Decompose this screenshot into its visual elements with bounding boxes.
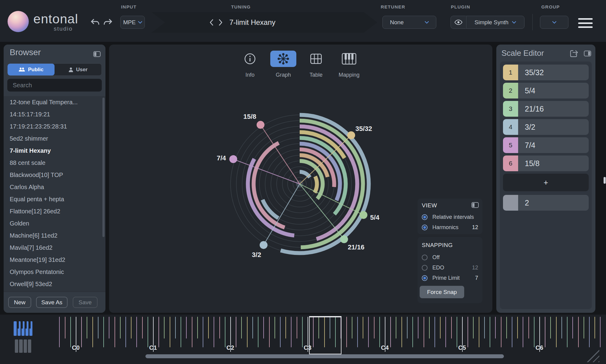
- tuning-breadcrumb: 7-limit Hexany: [152, 12, 377, 33]
- pitch-line: [512, 317, 512, 347]
- list-item[interactable]: Equal penta + hepta: [4, 193, 105, 205]
- pitch-line: [379, 317, 380, 347]
- radio-button[interactable]: [422, 214, 428, 220]
- chevron-down-icon: [425, 21, 429, 24]
- option-value[interactable]: 12: [472, 265, 478, 271]
- tuning-title[interactable]: 7-limit Hexany: [229, 18, 275, 27]
- pitch-line: [567, 317, 568, 347]
- option-value[interactable]: 12: [472, 224, 478, 231]
- list-item[interactable]: 14:15:17:19:21: [4, 108, 105, 120]
- interval-dot[interactable]: [347, 131, 355, 139]
- period-row[interactable]: 2: [503, 195, 589, 211]
- pitch-line: [70, 317, 71, 347]
- radio-button[interactable]: [422, 225, 428, 230]
- pitch-line: [291, 317, 291, 347]
- undo-button[interactable]: [90, 18, 101, 28]
- list-item[interactable]: Flattone[12] 26ed2: [4, 205, 105, 217]
- pitch-line: [164, 317, 165, 339]
- list-item[interactable]: Olympos Pentatonic: [4, 266, 105, 278]
- list-item[interactable]: Golden: [4, 217, 105, 229]
- interval-dot[interactable]: [257, 121, 265, 129]
- pitch-line: [258, 317, 258, 347]
- list-item[interactable]: Blackwood[10] TOP: [4, 169, 105, 181]
- add-degree-button[interactable]: +: [503, 174, 589, 191]
- new-button[interactable]: New: [8, 297, 31, 308]
- pitch-line: [275, 317, 275, 339]
- tab-user[interactable]: User: [55, 64, 102, 75]
- list-item[interactable]: 12-tone Equal Tempera...: [4, 96, 105, 108]
- export-icon[interactable]: [570, 50, 578, 57]
- keyboard-view-button[interactable]: [14, 321, 32, 336]
- list-scrollbar[interactable]: [102, 98, 105, 237]
- tuning-prev-button[interactable]: [207, 18, 216, 27]
- scale-degree-row[interactable]: 25/4: [503, 83, 589, 99]
- pitch-line: [120, 317, 121, 339]
- user-icon: [68, 67, 73, 72]
- list-item[interactable]: 17:19:21:23:25:28:31: [4, 120, 105, 132]
- view-collapse-icon[interactable]: [471, 202, 479, 208]
- radio-button[interactable]: [422, 265, 428, 271]
- list-item[interactable]: Meantone[19] 31ed2: [4, 254, 105, 266]
- retuner-dropdown[interactable]: None: [382, 16, 436, 29]
- pitch-line: [92, 317, 93, 347]
- octave-label: C0: [72, 344, 80, 351]
- resize-grip-icon[interactable]: [584, 349, 599, 362]
- browser-collapse-icon[interactable]: [93, 51, 101, 57]
- pitch-line: [517, 317, 518, 339]
- pitch-line: [600, 317, 601, 347]
- tab-public[interactable]: Public: [8, 64, 55, 75]
- keyboard-alt-view-button[interactable]: [15, 339, 31, 353]
- scale-editor-collapse-icon[interactable]: [584, 51, 591, 56]
- scale-degree-row[interactable]: 321/16: [503, 101, 589, 117]
- list-item[interactable]: Mavila[7] 16ed2: [4, 242, 105, 254]
- degree-ratio: 21/16: [518, 101, 589, 117]
- save-as-button[interactable]: Save As: [36, 297, 68, 308]
- list-item[interactable]: Carlos Alpha: [4, 181, 105, 193]
- tuning-next-button[interactable]: [216, 18, 225, 27]
- chevron-left-icon: [209, 19, 214, 26]
- pitch-line: [501, 317, 501, 347]
- option-value[interactable]: 7: [475, 275, 478, 281]
- pitch-line: [131, 317, 132, 339]
- scale-degree-row[interactable]: 57/4: [503, 137, 589, 153]
- tab-public-label: Public: [28, 67, 43, 73]
- interval-dot[interactable]: [359, 211, 367, 219]
- radio-button[interactable]: [422, 255, 428, 260]
- viewport-selection[interactable]: [309, 316, 341, 355]
- pitch-line: [578, 317, 579, 347]
- list-item[interactable]: 5ed2 shimmer: [4, 132, 105, 145]
- period-color-swatch: [503, 195, 518, 211]
- list-item[interactable]: Machine[6] 11ed2: [4, 229, 105, 242]
- interval-dot[interactable]: [260, 241, 268, 249]
- force-snap-button[interactable]: Force Snap: [420, 286, 464, 298]
- menu-button[interactable]: [578, 18, 593, 28]
- scale-degree-row[interactable]: 615/8: [503, 155, 589, 171]
- pitch-line: [98, 317, 98, 339]
- list-item[interactable]: 88 cent scale: [4, 157, 105, 169]
- redo-button[interactable]: [102, 18, 113, 28]
- interval-dot[interactable]: [229, 155, 237, 163]
- interval-dot[interactable]: [340, 235, 348, 243]
- degree-ratio: 3/2: [518, 119, 589, 135]
- scale-degree-row[interactable]: 43/2: [503, 119, 589, 135]
- pitch-line: [219, 317, 220, 339]
- list-item[interactable]: Orwell[9] 53ed2: [4, 278, 105, 290]
- keyboard-scrollbar[interactable]: [145, 354, 504, 358]
- scale-editor-title: Scale Editor: [501, 48, 544, 58]
- search-input[interactable]: [7, 79, 102, 92]
- plugin-dropdown[interactable]: Simple Synth: [466, 16, 524, 29]
- plugin-visibility-button[interactable]: [451, 16, 466, 29]
- degree-color-swatch: 3: [503, 101, 518, 117]
- list-item[interactable]: 7-limit Hexany: [4, 145, 105, 157]
- input-mode-dropdown[interactable]: MPE: [120, 16, 145, 29]
- pitch-line: [203, 317, 203, 347]
- scale-degree-row[interactable]: 135/32: [503, 65, 589, 80]
- radio-button[interactable]: [422, 275, 428, 281]
- save-button[interactable]: Save: [73, 297, 98, 308]
- pitch-line: [236, 317, 236, 347]
- group-dropdown[interactable]: [540, 16, 568, 29]
- collapsed-panel-handle[interactable]: [604, 177, 606, 184]
- app-logo-icon: [8, 11, 29, 32]
- pitch-line: [87, 317, 87, 339]
- pitch-line: [357, 317, 358, 347]
